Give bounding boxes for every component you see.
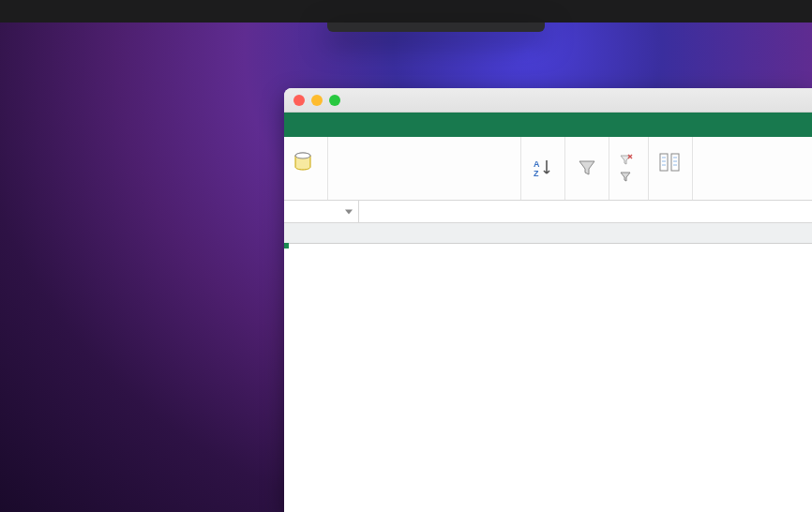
formula-bar-row bbox=[284, 201, 812, 223]
zoom-icon[interactable] bbox=[329, 95, 340, 106]
close-icon[interactable] bbox=[293, 95, 305, 106]
svg-rect-5 bbox=[671, 154, 679, 171]
sort-button[interactable]: AZ bbox=[521, 137, 565, 200]
sort-icon: AZ bbox=[531, 156, 555, 180]
svg-point-1 bbox=[295, 153, 310, 158]
name-box[interactable] bbox=[284, 201, 359, 222]
svg-rect-4 bbox=[660, 154, 668, 171]
tools-menu-dropdown bbox=[327, 23, 545, 32]
get-external-data-button[interactable] bbox=[284, 137, 328, 200]
svg-text:A: A bbox=[534, 159, 540, 169]
advanced-filter-button[interactable] bbox=[619, 171, 639, 184]
macos-menu-bar bbox=[0, 0, 812, 23]
text-to-columns-button[interactable] bbox=[649, 137, 693, 200]
excel-window: AZ bbox=[284, 88, 812, 512]
window-titlebar bbox=[284, 88, 812, 113]
funnel-icon bbox=[575, 156, 599, 180]
ribbon: AZ bbox=[284, 137, 812, 201]
funnel-clear-icon bbox=[619, 154, 634, 167]
active-cell-indicator bbox=[284, 244, 288, 248]
svg-text:Z: Z bbox=[534, 169, 539, 178]
database-icon bbox=[293, 150, 318, 174]
spreadsheet-grid[interactable] bbox=[284, 223, 812, 512]
minimize-icon[interactable] bbox=[311, 95, 323, 106]
funnel-advanced-icon bbox=[619, 171, 634, 184]
clear-filter-button[interactable] bbox=[619, 154, 639, 167]
text-to-columns-icon bbox=[658, 150, 683, 174]
ribbon-tabs bbox=[284, 113, 812, 137]
filter-button[interactable] bbox=[565, 137, 609, 200]
